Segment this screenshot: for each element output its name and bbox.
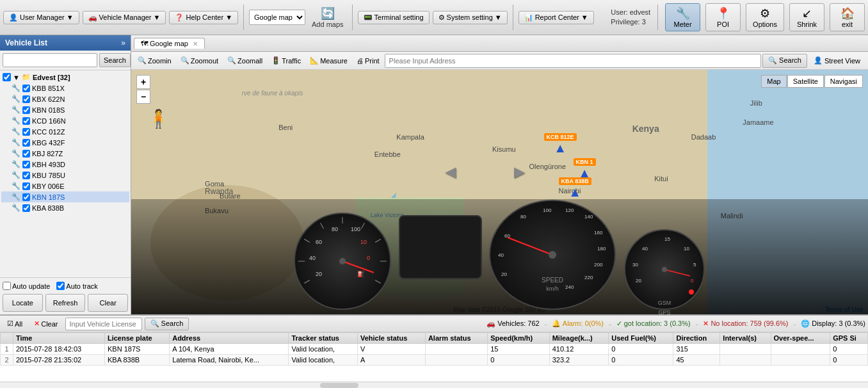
all-btn[interactable]: ☑ All (3, 318, 27, 329)
sidebar: Vehicle List » Search ▼ 📁 Edvest [32] 🔧 … (0, 35, 131, 314)
vehicle-checkbox4[interactable] (22, 117, 30, 125)
map-select[interactable]: Google map (249, 10, 305, 25)
dropdown-arrow3: ▼ (225, 13, 232, 21)
poi-btn[interactable]: 📍 POI (705, 3, 741, 31)
scrollbar-area[interactable] (0, 382, 868, 388)
vehicle-checkbox3[interactable] (22, 106, 30, 114)
collapse-btn[interactable]: » (121, 38, 125, 47)
list-item[interactable]: 🔧 KBB 851X (1, 83, 129, 93)
list-item[interactable]: 🔧 KBY 006E (1, 181, 129, 191)
zoom-in-btn[interactable]: + (136, 75, 150, 89)
list-item[interactable]: 🔧 KBG 432F (1, 137, 129, 148)
map-tab-google[interactable]: 🗺 Google map ✕ (134, 38, 205, 49)
vehicle-checkbox7[interactable] (22, 150, 30, 158)
locate-btn[interactable]: Locate (3, 294, 43, 312)
map-type-map[interactable]: Map (761, 75, 786, 88)
vehicle-checkbox2[interactable] (22, 95, 30, 103)
table-row[interactable]: 2 2015-07-28 21:35:02 KBA 838B Latema Ro… (1, 355, 868, 366)
table-row[interactable]: 1 2015-07-28 18:42:03 KBN 187S A 104, Ke… (1, 344, 868, 355)
auto-track-label[interactable]: Auto track (56, 282, 98, 290)
map-zoom-controls: + − (136, 75, 150, 104)
map-container[interactable]: Lake Victoria Kenya Rwanda Kampala Enteb… (131, 70, 868, 314)
vehicle-search-input[interactable] (3, 53, 97, 67)
exit-btn[interactable]: 🏠 exit (830, 3, 865, 31)
map-search-btn[interactable]: 🔍 Search (762, 54, 807, 68)
clear-btn[interactable]: Clear (88, 294, 128, 312)
vehicle-checkbox8[interactable] (22, 161, 30, 168)
license-search-btn[interactable]: 🔍 Search (145, 318, 189, 330)
map-type-navigasi[interactable]: Navigasi (824, 75, 863, 88)
vehicle-checkbox11[interactable] (22, 193, 30, 201)
nav-left-arrow[interactable]: ◄ (442, 162, 460, 182)
data-table-container[interactable]: Time License plate Address Tracker statu… (0, 332, 868, 382)
auto-update-checkbox[interactable] (3, 282, 11, 290)
list-item[interactable]: 🔧 KCD 166N (1, 115, 129, 126)
row-time-1: 2015-07-28 18:42:03 (13, 344, 105, 355)
status-bar: 🚗 Vehicles: 762 - 🔔 Alarm: 0(0%) - ✓ got… (486, 319, 865, 328)
col-license: License plate (104, 333, 169, 344)
list-item[interactable]: 🔧 KBN 187S (1, 191, 129, 202)
vehicle-list[interactable]: ▼ 📁 Edvest [32] 🔧 KBB 851X 🔧 KBX 622N 🔧 (0, 70, 131, 277)
exit-icon: 🏠 (840, 6, 855, 20)
bottom-clear-btn[interactable]: ✕ Clear (29, 318, 62, 329)
group-header[interactable]: ▼ 📁 Edvest [32] (1, 72, 129, 83)
vehicle-manager-btn[interactable]: 🚗 Vehicle Manager ▼ (83, 11, 166, 24)
list-item[interactable]: 🔧 KBX 622N (1, 93, 129, 104)
row-num-2: 2 (1, 355, 13, 366)
meter-btn[interactable]: 🔧 Meter (665, 3, 700, 31)
list-item[interactable]: 🔧 KBA 838B (1, 202, 129, 213)
list-item[interactable]: 🔧 KBJ 827Z (1, 148, 129, 159)
left-gauge-svg: 20 40 60 80 100 10 0 ⛽ (293, 212, 392, 311)
terminal-setting-btn[interactable]: 📟 Terminal setting (358, 11, 430, 24)
street-view-btn[interactable]: 👤 Street View (808, 55, 865, 66)
vehicle-checkbox12[interactable] (22, 204, 30, 212)
traffic-btn[interactable]: 🚦 Traffic (268, 55, 305, 66)
list-item[interactable]: 🔧 KBU 785U (1, 170, 129, 181)
map-label-jilib: Jilib (750, 99, 762, 107)
vehicle-checkbox5[interactable] (22, 128, 30, 136)
license-plate-input[interactable] (65, 318, 142, 330)
vehicle-name11: KBN 187S (32, 193, 65, 201)
shrink-btn[interactable]: ↙ Shrink (789, 3, 824, 31)
vehicle-checkbox6[interactable] (22, 139, 30, 147)
car-icon8: 🔧 (12, 160, 20, 168)
address-input[interactable] (385, 54, 761, 68)
system-setting-btn[interactable]: ⚙ System setting ▼ (433, 11, 508, 24)
zoomout-btn[interactable]: 🔍 Zoomout (177, 55, 222, 66)
measure-btn[interactable]: 📐 Measure (306, 55, 351, 66)
group-checkbox[interactable] (3, 73, 11, 81)
close-tab-icon[interactable]: ✕ (193, 40, 198, 47)
vehicle-checkbox[interactable] (22, 85, 30, 92)
list-item[interactable]: 🔧 KCC 012Z (1, 126, 129, 137)
vehicle-search-btn[interactable]: Search (99, 53, 131, 67)
user-label: User: edvest (611, 8, 650, 17)
h-scrollbar-thumb[interactable] (320, 383, 358, 388)
search-icon: 🔍 (768, 56, 777, 64)
refresh-btn[interactable]: Refresh (45, 294, 86, 312)
auto-update-label[interactable]: Auto update (3, 282, 50, 290)
list-item[interactable]: 🔧 KBH 493D (1, 159, 129, 170)
row-alarm-2 (425, 355, 487, 366)
zoomin-btn[interactable]: 🔍 Zoomin (134, 55, 175, 66)
gauge-display (399, 215, 482, 279)
nav-right-arrow[interactable]: ► (510, 162, 528, 182)
options-btn[interactable]: ⚙ Options (746, 3, 784, 31)
dropdown-arrow: ▼ (67, 13, 74, 21)
report-center-btn[interactable]: 📊 Report Center ▼ (518, 11, 594, 24)
row-license-1: KBN 187S (104, 344, 169, 355)
print-btn[interactable]: 🖨 Print (353, 56, 383, 66)
user-manager-btn[interactable]: 👤 User Manager ▼ (3, 11, 79, 24)
zoom-out-btn[interactable]: − (136, 90, 150, 104)
auto-track-checkbox[interactable] (56, 282, 65, 290)
list-item[interactable]: 🔧 KBN 018S (1, 104, 129, 115)
vehicle-checkbox9[interactable] (22, 172, 30, 179)
help-center-btn[interactable]: ❓ Help Center ▼ (169, 11, 238, 24)
add-maps-btn[interactable]: 🔄 Add maps (309, 5, 347, 29)
map-type-satellite[interactable]: Satellite (787, 75, 824, 88)
zoomall-btn[interactable]: 🔍 Zoomall (223, 55, 266, 66)
map-toolbar: 🔍 Zoomin 🔍 Zoomout 🔍 Zoomall 🚦 Traffic 📐… (131, 52, 868, 70)
pegman-icon[interactable]: 🧍 (147, 108, 170, 129)
vehicle-checkbox10[interactable] (22, 182, 30, 190)
svg-text:40: 40 (309, 255, 316, 261)
car-icon6: 🔧 (12, 138, 20, 147)
